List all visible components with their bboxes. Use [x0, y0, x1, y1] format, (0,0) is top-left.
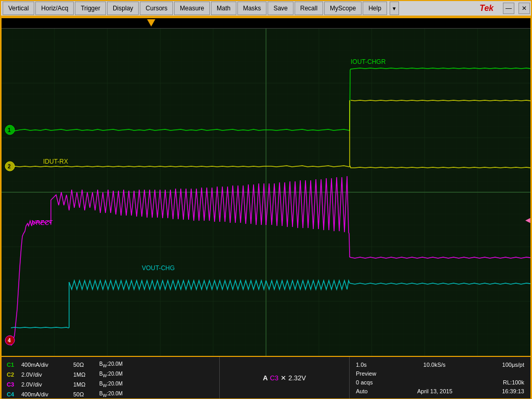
ch4-id: C4 [7, 391, 21, 397]
ch3-bw: BW:20.0M [99, 381, 146, 388]
menu-recall[interactable]: Recall [295, 2, 323, 15]
trigger-display: A C3 ✕ 2.32V [220, 357, 350, 398]
svg-text:4: 4 [8, 338, 11, 343]
menu-horizacq[interactable]: Horiz/Acq [35, 2, 74, 15]
ch3-row: C3 2.0V/div 1MΩ BW:20.0M [7, 380, 214, 389]
acquisition-info: 1.0s 10.0kS/s 100μs/pt Preview 0 acqs RL… [350, 357, 530, 398]
menu-trigger[interactable]: Trigger [75, 2, 106, 15]
minimize-button[interactable]: — [503, 3, 514, 14]
ch1-impedance: 50Ω [73, 362, 99, 368]
acq-top-row: 1.0s 10.0kS/s 100μs/pt [356, 362, 524, 368]
menu-dropdown[interactable]: ▼ [390, 2, 399, 15]
menu-measure[interactable]: Measure [174, 2, 210, 15]
acq-time: 16:39:13 [502, 388, 524, 394]
trigger-channel: C3 [270, 374, 278, 382]
svg-text:1: 1 [8, 127, 11, 133]
menu-myscope[interactable]: MyScope [324, 2, 362, 15]
menu-cursors[interactable]: Cursors [140, 2, 173, 15]
channel-info: C1 400mA/div 50Ω BW:20.0M C2 2.0V/div 1M… [2, 357, 220, 398]
vrect-label: VRECT [32, 219, 53, 227]
trigger-level: 2.32V [288, 374, 306, 382]
ch4-bw: BW:20.0M [99, 391, 146, 398]
sample-rate: 10.0kS/s [423, 362, 446, 368]
ch4-row: C4 400mA/div 50Ω BW:20.0M [7, 390, 214, 399]
iout-chgr-label: IOUT-CHGR [351, 58, 386, 65]
rl-value: RL:100k [503, 379, 524, 385]
menu-save[interactable]: Save [268, 2, 293, 15]
ch3-id: C3 [7, 381, 21, 388]
ch1-bw: BW:20.0M [99, 361, 146, 368]
menu-vertical[interactable]: Vertical [3, 2, 34, 15]
acq-count: 0 acqs [356, 379, 373, 385]
ch1-scale: 400mA/div [21, 362, 73, 368]
waveform-display[interactable]: IOUT-CHGR IDUT-RX VRECT VOUT-CHG 1 2 4 ◄ [2, 29, 530, 356]
trigger-symbol: ✕ [281, 374, 286, 382]
trigger-position-arrow [147, 19, 155, 26]
trigger-indicator [2, 18, 530, 29]
acq-run-row: Auto April 13, 2015 16:39:13 [356, 388, 524, 394]
acq-count-row: 0 acqs RL:100k [356, 379, 524, 385]
status-bar: C1 400mA/div 50Ω BW:20.0M C2 2.0V/div 1M… [2, 356, 530, 398]
ch1-id: C1 [7, 362, 21, 368]
menu-masks[interactable]: Masks [237, 2, 267, 15]
menu-display[interactable]: Display [107, 2, 139, 15]
ch3-scale: 2.0V/div [21, 381, 73, 388]
vout-chg-label: VOUT-CHG [142, 264, 175, 272]
menu-math[interactable]: Math [211, 2, 236, 15]
ch2-impedance: 1MΩ [73, 371, 99, 378]
ch2-row: C2 2.0V/div 1MΩ BW:20.0M [7, 370, 214, 379]
scope-frame: IOUT-CHGR IDUT-RX VRECT VOUT-CHG 1 2 4 ◄… [0, 17, 532, 399]
ch2-scale: 2.0V/div [21, 371, 73, 378]
acq-mode-row: Preview [356, 370, 524, 377]
timebase: 1.0s [356, 362, 367, 368]
svg-text:◄: ◄ [524, 216, 530, 224]
waveform-svg: IOUT-CHGR IDUT-RX VRECT VOUT-CHG 1 2 4 ◄ [2, 29, 530, 356]
acq-mode: Preview [356, 370, 376, 377]
ch3-impedance: 1MΩ [73, 381, 99, 388]
svg-line-83 [349, 234, 350, 257]
menu-bar: Vertical Horiz/Acq Trigger Display Curso… [0, 0, 532, 17]
ch4-scale: 400mA/div [21, 391, 73, 397]
ch4-impedance: 50Ω [73, 391, 99, 397]
close-button[interactable]: ✕ [518, 3, 530, 14]
run-mode: Auto [356, 388, 368, 394]
sample-density: 100μs/pt [502, 362, 524, 368]
title-area: Tek — ✕ [480, 3, 530, 14]
tek-logo: Tek [480, 4, 494, 13]
acq-date: April 13, 2015 [417, 388, 453, 394]
svg-text:2: 2 [8, 164, 11, 169]
ch2-id: C2 [7, 371, 21, 378]
menu-help[interactable]: Help [363, 2, 387, 15]
trigger-type: A [263, 374, 268, 382]
idut-rx-label: IDUT-RX [43, 158, 68, 165]
ch1-row: C1 400mA/div 50Ω BW:20.0M [7, 360, 214, 369]
ch2-bw: BW:20.0M [99, 371, 146, 378]
